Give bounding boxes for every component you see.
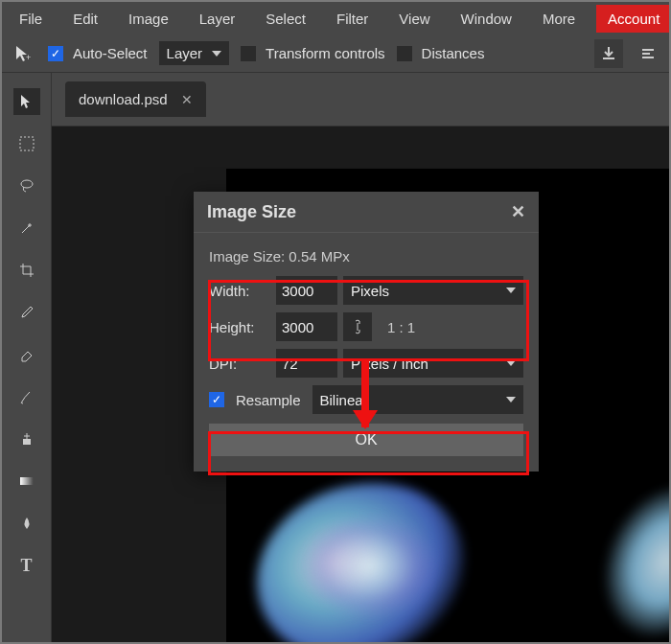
blur-tool[interactable]	[13, 510, 40, 537]
svg-point-5	[21, 180, 33, 188]
svg-rect-2	[642, 53, 650, 55]
chevron-down-icon	[212, 51, 221, 57]
document-tab[interactable]: download.psd ✕	[65, 81, 206, 117]
menu-view[interactable]: View	[389, 5, 439, 33]
eraser-tool[interactable]	[13, 341, 40, 368]
link-aspect-button[interactable]	[343, 312, 372, 341]
layer-dropdown-label: Layer	[167, 45, 203, 61]
width-unit-label: Pixels	[351, 283, 389, 299]
dpi-input[interactable]: 72	[276, 349, 337, 378]
resample-method-dropdown[interactable]: Bilinear	[312, 385, 523, 414]
transform-controls-label: Transform controls	[266, 45, 384, 61]
svg-rect-6	[23, 439, 31, 445]
menu-account[interactable]: Account	[596, 5, 671, 33]
menu-layer[interactable]: Layer	[190, 5, 245, 33]
download-icon[interactable]	[594, 39, 623, 68]
align-icon[interactable]	[635, 46, 661, 61]
height-label: Height:	[209, 319, 270, 335]
menu-window[interactable]: Window	[451, 5, 521, 33]
checkbox-icon	[241, 46, 256, 61]
svg-rect-7	[20, 477, 34, 485]
distances-checkbox[interactable]: Distances	[397, 45, 485, 61]
menu-image[interactable]: Image	[119, 5, 178, 33]
height-input[interactable]: 3000	[276, 312, 337, 341]
eyedropper-tool[interactable]	[13, 299, 40, 326]
checkbox-icon: ✓	[209, 392, 224, 407]
width-input[interactable]: 3000	[276, 276, 337, 305]
svg-rect-3	[642, 57, 654, 58]
crop-tool[interactable]	[13, 257, 40, 284]
checkbox-icon	[397, 46, 412, 61]
clone-tool[interactable]	[13, 426, 40, 452]
marquee-tool[interactable]	[13, 130, 40, 157]
auto-select-label: Auto-Select	[73, 45, 148, 61]
document-tab-bar: download.psd ✕	[52, 73, 669, 126]
svg-rect-4	[20, 137, 34, 150]
chevron-down-icon	[506, 360, 516, 366]
menu-bar: File Edit Image Layer Select Filter View…	[2, 2, 669, 34]
brush-tool[interactable]	[13, 383, 40, 410]
close-icon[interactable]: ✕	[511, 201, 525, 222]
document-tab-label: download.psd	[79, 91, 168, 107]
menu-more[interactable]: More	[533, 5, 585, 33]
chevron-down-icon	[506, 288, 516, 293]
auto-select-checkbox[interactable]: ✓ Auto-Select	[48, 45, 148, 61]
options-bar: + ✓ Auto-Select Layer Transform controls…	[2, 34, 669, 73]
layer-dropdown[interactable]: Layer	[159, 41, 230, 65]
menu-edit[interactable]: Edit	[63, 5, 107, 33]
menu-select[interactable]: Select	[256, 5, 315, 33]
image-size-dialog: Image Size ✕ Image Size: 0.54 MPx Width:…	[194, 192, 539, 472]
menu-file[interactable]: File	[10, 5, 52, 33]
move-tool-icon[interactable]: +	[10, 44, 36, 63]
aspect-ratio: 1 : 1	[378, 319, 415, 335]
chevron-down-icon	[506, 397, 516, 402]
text-tool[interactable]: T	[13, 552, 40, 579]
menu-filter[interactable]: Filter	[327, 5, 378, 33]
wand-tool[interactable]	[13, 215, 40, 242]
dpi-unit-dropdown[interactable]: Pixels / Inch	[343, 349, 523, 378]
transform-controls-checkbox[interactable]: Transform controls	[241, 45, 384, 61]
close-icon[interactable]: ✕	[181, 92, 193, 107]
width-unit-dropdown[interactable]: Pixels	[343, 276, 523, 305]
distances-label: Distances	[422, 45, 485, 61]
link-icon	[352, 318, 363, 335]
dpi-label: DPI:	[209, 356, 270, 372]
dialog-title: Image Size	[207, 202, 296, 222]
move-tool[interactable]	[13, 88, 40, 115]
image-size-subtitle: Image Size: 0.54 MPx	[209, 248, 523, 264]
gradient-tool[interactable]	[13, 468, 40, 494]
tool-panel: T	[2, 73, 52, 644]
checkbox-icon: ✓	[48, 46, 63, 61]
svg-text:+: +	[26, 53, 31, 62]
lasso-tool[interactable]	[13, 172, 40, 199]
svg-rect-1	[642, 49, 654, 51]
width-label: Width:	[209, 283, 270, 299]
resample-label: Resample	[236, 392, 301, 408]
annotation-arrow	[361, 358, 369, 427]
